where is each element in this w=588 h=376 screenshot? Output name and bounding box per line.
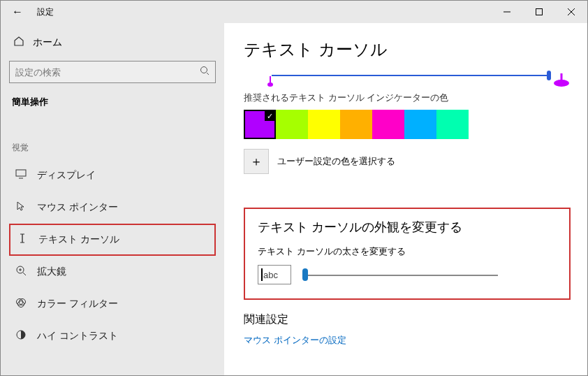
color-swatch-row: ✓ bbox=[244, 110, 571, 139]
indicator-color-label: 推奨されるテキスト カーソル インジケーターの色 bbox=[244, 92, 571, 104]
checkmark-icon: ✓ bbox=[265, 111, 274, 121]
titlebar: ← 設定 bbox=[1, 1, 587, 23]
color-swatch[interactable] bbox=[340, 110, 372, 139]
indicator-preview bbox=[244, 69, 571, 86]
sidebar-item-label: マウス ポインター bbox=[37, 201, 118, 214]
minimize-button[interactable] bbox=[491, 1, 523, 23]
custom-color-button[interactable]: ＋ bbox=[244, 149, 269, 174]
svg-rect-1 bbox=[536, 9, 543, 15]
color-swatch[interactable] bbox=[276, 110, 308, 139]
sidebar-item-textcursor[interactable]: テキスト カーソル bbox=[9, 224, 216, 256]
search-input[interactable] bbox=[15, 67, 200, 78]
indicator-drop-right-icon bbox=[552, 73, 571, 87]
textcursor-icon bbox=[16, 232, 29, 247]
svg-point-22 bbox=[554, 80, 569, 87]
svg-line-12 bbox=[23, 273, 26, 275]
home-nav[interactable]: ホーム bbox=[9, 29, 216, 57]
color-swatch[interactable]: ✓ bbox=[244, 110, 276, 139]
colorfilter-icon bbox=[15, 296, 27, 312]
home-icon bbox=[13, 36, 24, 50]
color-swatch[interactable] bbox=[308, 110, 340, 139]
color-swatch[interactable] bbox=[436, 110, 469, 139]
caret-icon bbox=[261, 268, 263, 281]
appearance-heading: テキスト カーソルの外観を変更する bbox=[258, 219, 557, 236]
sidebar-item-highcontrast[interactable]: ハイ コントラスト bbox=[9, 320, 216, 352]
custom-color-label: ユーザー設定の色を選択する bbox=[277, 155, 395, 168]
plus-icon: ＋ bbox=[250, 153, 263, 170]
sidebar: ホーム 簡単操作 視覚 ディスプレイマウス ポインターテキスト カーソル拡大鏡カ… bbox=[1, 23, 224, 375]
thickness-preview: abc bbox=[258, 265, 291, 284]
svg-line-5 bbox=[207, 73, 209, 75]
maximize-button[interactable] bbox=[523, 1, 555, 23]
sidebar-item-label: ハイ コントラスト bbox=[37, 330, 118, 342]
page-title: テキスト カーソル bbox=[244, 38, 571, 61]
close-icon bbox=[568, 8, 575, 15]
window-title: 設定 bbox=[34, 6, 54, 18]
related-heading: 関連設定 bbox=[244, 312, 571, 327]
appearance-section: テキスト カーソルの外観を変更する テキスト カーソルの太さを変更する abc bbox=[244, 208, 571, 300]
highcontrast-icon bbox=[15, 328, 27, 344]
svg-rect-6 bbox=[16, 170, 26, 176]
sidebar-item-pointer[interactable]: マウス ポインター bbox=[9, 191, 216, 224]
thickness-slider[interactable] bbox=[302, 266, 498, 283]
indicator-drop-left-icon bbox=[266, 76, 274, 87]
svg-point-4 bbox=[201, 67, 207, 73]
sidebar-item-label: ディスプレイ bbox=[37, 169, 96, 182]
color-swatch[interactable] bbox=[404, 110, 436, 139]
sidebar-item-display[interactable]: ディスプレイ bbox=[9, 159, 216, 191]
main-panel: テキスト カーソル 推奨されるテキスト カーソル インジケーターの色 ✓ ＋ ユ… bbox=[224, 23, 587, 375]
preview-text: abc bbox=[263, 270, 278, 280]
sidebar-item-label: カラー フィルター bbox=[37, 298, 118, 310]
close-button[interactable] bbox=[555, 1, 587, 23]
sidebar-item-magnifier[interactable]: 拡大鏡 bbox=[9, 256, 216, 288]
search-box[interactable] bbox=[9, 61, 216, 83]
svg-point-20 bbox=[267, 82, 273, 87]
sidebar-item-label: テキスト カーソル bbox=[38, 233, 119, 246]
back-button[interactable]: ← bbox=[1, 6, 34, 18]
sidebar-item-colorfilter[interactable]: カラー フィルター bbox=[9, 288, 216, 320]
pointer-icon bbox=[15, 200, 27, 215]
svg-point-17 bbox=[18, 301, 24, 308]
maximize-icon bbox=[536, 8, 543, 15]
magnifier-icon bbox=[15, 264, 27, 280]
section-heading: 簡単操作 bbox=[9, 96, 216, 108]
search-icon bbox=[200, 66, 210, 78]
slider-thumb[interactable] bbox=[302, 268, 308, 281]
display-icon bbox=[15, 168, 27, 183]
minimize-icon bbox=[504, 8, 510, 15]
sidebar-item-label: 拡大鏡 bbox=[37, 266, 66, 278]
related-link[interactable]: マウス ポインターの設定 bbox=[244, 334, 571, 347]
home-label: ホーム bbox=[33, 36, 62, 49]
group-heading: 視覚 bbox=[9, 142, 216, 154]
color-swatch[interactable] bbox=[372, 110, 404, 139]
thickness-label: テキスト カーソルの太さを変更する bbox=[258, 245, 557, 258]
